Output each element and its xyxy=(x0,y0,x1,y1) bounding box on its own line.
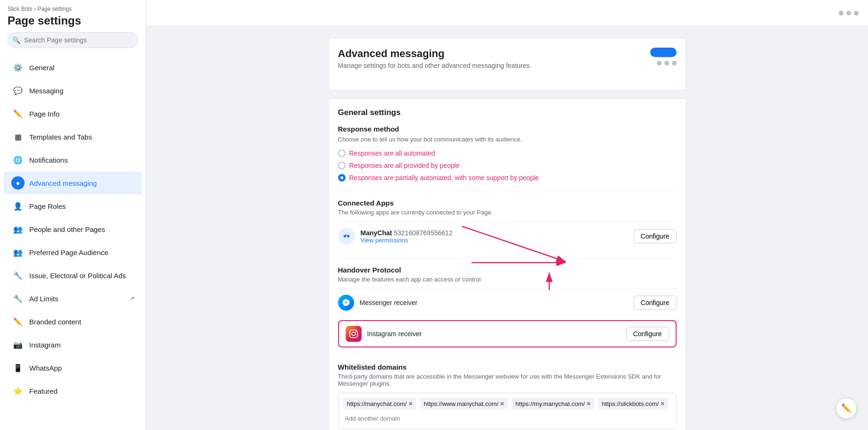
domains-input-area[interactable]: https://manychat.com/ × https://www.many… xyxy=(338,393,677,429)
domain-tag-text: https://www.manychat.com/ xyxy=(424,400,498,407)
sidebar-item-ad-limits[interactable]: 🔧 Ad Limits ↗ xyxy=(4,287,142,310)
domain-remove-2[interactable]: × xyxy=(587,400,590,407)
domain-remove-1[interactable]: × xyxy=(500,400,504,407)
messenger-receiver-label: Messenger receiver xyxy=(360,299,628,306)
messenger-icon xyxy=(338,295,354,311)
content-area: Advanced messaging Manage settings for b… xyxy=(319,26,696,430)
page-roles-icon: 👤 xyxy=(11,199,25,213)
sidebar-item-label: Issue, Electoral or Political Ads xyxy=(29,272,126,280)
whitelisted-desc: Third-party domains that are accessible … xyxy=(338,373,677,387)
advanced-messaging-icon: ● xyxy=(11,176,25,190)
radio-automated[interactable]: Responses are all automated xyxy=(338,149,677,157)
view-permissions-link[interactable]: View permissions xyxy=(361,237,628,244)
edit-fab-button[interactable]: ✏️ xyxy=(836,398,857,419)
sidebar-item-general[interactable]: ⚙️ General xyxy=(4,56,142,79)
domain-tag-0: https://manychat.com/ × xyxy=(343,398,416,409)
header-dot-1 xyxy=(657,61,661,66)
dot-2 xyxy=(846,11,851,16)
search-input[interactable] xyxy=(8,32,138,48)
configure-messenger-button[interactable]: Configure xyxy=(634,296,677,310)
radio-circle-partial xyxy=(338,174,346,182)
dot-3 xyxy=(854,11,859,16)
sidebar-item-whatsapp[interactable]: 📱 WhatsApp xyxy=(4,356,142,379)
content-title: Advanced messaging xyxy=(338,48,532,60)
notifications-icon: 🌐 xyxy=(11,153,25,166)
header-dots xyxy=(657,61,677,66)
radio-people[interactable]: Responses are all provided by people xyxy=(338,162,677,169)
sidebar-item-page-info[interactable]: ✏️ Page Info xyxy=(4,102,142,125)
sidebar-item-label: Preferred Page Audience xyxy=(29,248,108,256)
messenger-receiver-row: Messenger receiver Configure xyxy=(338,289,677,316)
configure-app-button[interactable]: Configure xyxy=(634,229,677,243)
app-name: ManyChat 5321608769556612 xyxy=(361,229,628,237)
top-bar-dots xyxy=(839,11,859,16)
domain-tag-3: https://slickbots.com/ × xyxy=(598,398,669,409)
sidebar-item-label: WhatsApp xyxy=(29,364,62,372)
divider-1 xyxy=(338,191,677,191)
radio-circle-automated xyxy=(338,149,346,157)
main-content-area: Action Advanced messaging Manage setting… xyxy=(146,0,868,430)
sidebar-item-label: Templates and Tabs xyxy=(29,133,92,141)
connected-apps-desc: The following apps are currently connect… xyxy=(338,209,677,216)
search-icon: 🔍 xyxy=(12,36,20,44)
sidebar-item-messaging[interactable]: 💬 Messaging xyxy=(4,79,142,102)
radio-label-partial: Responses are partially automated, with … xyxy=(349,174,539,182)
header-dot-3 xyxy=(672,61,677,66)
header-action-button[interactable] xyxy=(650,48,677,57)
response-method-desc: Choose one to tell us how your bot commu… xyxy=(338,136,677,143)
manychat-icon xyxy=(338,228,355,245)
sidebar-item-label: People and other Pages xyxy=(29,225,105,233)
sidebar-item-templates-tabs[interactable]: ▦ Templates and Tabs xyxy=(4,125,142,148)
top-bar: Action xyxy=(146,0,868,26)
people-icon: 👥 xyxy=(11,223,25,236)
page-title: Page settings xyxy=(8,14,138,27)
header-dot-2 xyxy=(664,61,669,66)
breadcrumb-parent[interactable]: Slick Bots xyxy=(8,6,33,12)
messaging-icon: 💬 xyxy=(11,84,25,97)
sidebar-item-instagram[interactable]: 📷 Instagram xyxy=(4,333,142,356)
radio-group: Responses are all automated Responses ar… xyxy=(338,149,677,182)
external-link-icon: ↗ xyxy=(130,295,134,302)
issue-electoral-icon: 🔧 xyxy=(11,269,25,282)
handover-title: Handover Protocol xyxy=(338,266,677,274)
templates-icon: ▦ xyxy=(11,130,25,143)
whitelisted-domains-section: Whitelisted domains Third-party domains … xyxy=(338,363,677,430)
divider-3 xyxy=(338,355,677,356)
sidebar-item-label: Advanced messaging xyxy=(29,179,97,187)
sidebar: Slick Bots › Page settings Page settings… xyxy=(0,0,146,430)
featured-icon: ⭐ xyxy=(11,384,25,397)
sidebar-item-people-other-pages[interactable]: 👥 People and other Pages xyxy=(4,218,142,240)
sidebar-item-branded-content[interactable]: ✏️ Branded content xyxy=(4,310,142,333)
sidebar-item-label: General xyxy=(29,64,54,72)
domain-remove-3[interactable]: × xyxy=(661,400,664,407)
add-domain-input[interactable] xyxy=(343,413,426,424)
instagram-icon: 📷 xyxy=(11,338,25,351)
instagram-receiver-row: Instagram receiver Configure xyxy=(338,320,677,347)
general-icon: ⚙️ xyxy=(11,61,25,74)
instagram-receiver-label: Instagram receiver xyxy=(367,330,620,338)
sidebar-item-label: Page Roles xyxy=(29,202,66,210)
sidebar-item-featured[interactable]: ⭐ Featured xyxy=(4,380,142,402)
sidebar-item-label: Ad Limits xyxy=(29,295,58,303)
sidebar-item-notifications[interactable]: 🌐 Notifications xyxy=(4,149,142,171)
sidebar-item-advanced-messaging[interactable]: ● Advanced messaging xyxy=(4,172,142,194)
sidebar-item-page-roles[interactable]: 👤 Page Roles xyxy=(4,195,142,217)
breadcrumb-current: Page settings xyxy=(37,6,72,12)
divider-2 xyxy=(338,258,677,258)
general-settings-card: General settings Response method Choose … xyxy=(328,98,686,430)
connected-apps-section: Connected Apps The following apps are cu… xyxy=(338,199,677,250)
sidebar-item-label: Instagram xyxy=(29,341,61,349)
sidebar-item-issue-electoral[interactable]: 🔧 Issue, Electoral or Political Ads xyxy=(4,264,142,287)
sidebar-item-label: Branded content xyxy=(29,318,81,326)
domain-remove-0[interactable]: × xyxy=(409,400,413,407)
domain-tag-text: https://slickbots.com/ xyxy=(602,400,659,407)
sidebar-item-label: Messaging xyxy=(29,87,64,95)
ad-limits-icon: 🔧 xyxy=(11,292,25,305)
sidebar-header: Slick Bots › Page settings Page settings… xyxy=(0,0,146,56)
sidebar-item-preferred-page-audience[interactable]: 👥 Preferred Page Audience xyxy=(4,241,142,264)
radio-label-people: Responses are all provided by people xyxy=(349,162,460,169)
radio-partial[interactable]: Responses are partially automated, with … xyxy=(338,174,677,182)
domain-tag-2: https://my.manychat.com/ × xyxy=(512,398,594,409)
configure-instagram-button[interactable]: Configure xyxy=(626,327,669,341)
radio-circle-people xyxy=(338,162,346,169)
